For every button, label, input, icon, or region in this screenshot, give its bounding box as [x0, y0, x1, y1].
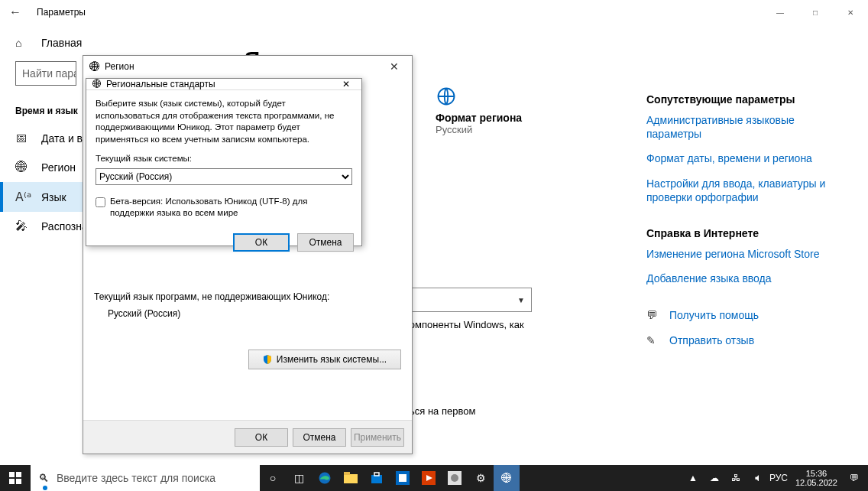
svg-rect-11 [399, 474, 406, 482]
maximize-button[interactable]: □ [798, 0, 833, 24]
globe-region-icon [436, 86, 522, 107]
change-btn-label: Изменить язык системы... [277, 354, 387, 365]
close-button[interactable]: ✕ [833, 0, 868, 24]
std-dialog-title: Региональные стандарты [106, 79, 215, 89]
language-dropdown[interactable]: ▼ [405, 288, 532, 312]
legacy-lang-label: Текущий язык программ, не поддерживающих… [94, 291, 401, 302]
home-label: Главная [41, 37, 82, 49]
region-dialog-titlebar[interactable]: 🌐︎ Регион ✕ [83, 56, 412, 77]
search-placeholder: Найти парам [22, 67, 76, 80]
system-language-select[interactable]: Русский (Россия) [96, 168, 352, 185]
start-button[interactable] [0, 465, 31, 491]
taskbar-search[interactable]: 🔍︎ Введите здесь текст для поиска [31, 465, 260, 491]
utf8-beta-label[interactable]: Бета-версия: Использовать Юникод (UTF-8)… [110, 196, 352, 219]
region-format-value: Русский [436, 124, 522, 135]
region-dialog-title: Регион [105, 61, 134, 72]
taskbar: 🔍︎ Введите здесь текст для поиска ○ ◫ ⚙ … [0, 465, 868, 491]
utf8-beta-checkbox[interactable] [96, 197, 105, 207]
back-button[interactable]: ← [0, 5, 31, 19]
svg-rect-7 [344, 472, 350, 475]
minimize-button[interactable]: ― [763, 0, 798, 24]
svg-rect-4 [16, 479, 21, 484]
language-icon: A⁽ᵃ [15, 190, 31, 204]
region-format-card[interactable]: Формат региона Русский [436, 86, 522, 135]
region-cancel-button[interactable]: Отмена [293, 428, 346, 447]
search-highlight-dot [43, 486, 47, 490]
link-admin-lang[interactable]: Административные языковые параметры [646, 113, 837, 141]
legacy-lang-value: Русский (Россия) [108, 308, 401, 319]
edge-icon[interactable] [312, 465, 338, 491]
feedback-icon: ✎ [646, 333, 662, 347]
svg-rect-9 [374, 473, 379, 476]
change-system-language-button[interactable]: Изменить язык системы... [248, 350, 401, 369]
task-view-icon[interactable]: ◫ [286, 465, 312, 491]
search-icon: 🔍︎ [38, 472, 49, 484]
region-format-title: Формат региона [436, 112, 522, 124]
help-icon: 💬︎ [646, 308, 662, 322]
app-icon-1[interactable] [390, 465, 416, 491]
region-dialog-footer: ОК Отмена Применить [83, 420, 412, 454]
shield-icon [263, 355, 272, 364]
svg-rect-2 [16, 472, 21, 477]
partial-text: компоненты Windows, как [405, 319, 524, 330]
get-help-label: Получить помощь [669, 308, 759, 322]
partial-text-2: ться на первом [405, 405, 475, 417]
nav-label: Регион [41, 161, 76, 174]
cortana-icon[interactable]: ○ [260, 465, 286, 491]
action-center-icon[interactable]: 💬︎ [845, 473, 863, 483]
explorer-icon[interactable] [338, 465, 364, 491]
window-title: Параметры [37, 7, 86, 18]
std-description: Выберите язык (язык системы), который бу… [96, 98, 352, 145]
tray-clock[interactable]: 15:36 12.05.2022 [791, 469, 842, 487]
search-input[interactable]: Найти парам [15, 61, 76, 86]
tray-date: 12.05.2022 [795, 478, 837, 487]
region-taskbar-icon[interactable]: 🌐︎ [494, 465, 520, 491]
svg-rect-1 [9, 472, 15, 477]
home-nav[interactable]: ⌂ Главная [0, 31, 229, 55]
titlebar: ← Параметры ― □ ✕ [0, 0, 868, 24]
feedback-label: Отправить отзыв [669, 333, 754, 347]
link-store-region[interactable]: Изменение региона Microsoft Store [646, 247, 837, 261]
tray-volume-icon[interactable]: 🔈︎ [748, 473, 766, 483]
nav-label: Язык [41, 191, 66, 203]
system-tray: ▲ ☁ 🖧︎ 🔈︎ РУС 15:36 12.05.2022 💬︎ [684, 469, 868, 487]
link-input-settings[interactable]: Настройки для ввода, клавиатуры и провер… [646, 177, 837, 204]
svg-rect-3 [9, 479, 15, 484]
link-date-format[interactable]: Формат даты, времени и региона [646, 151, 837, 165]
globe-icon: 🌐︎ [89, 60, 100, 73]
region-apply-button: Применить [351, 428, 404, 447]
get-help-link[interactable]: 💬︎ Получить помощь [646, 308, 837, 322]
region-ok-button[interactable]: ОК [235, 428, 288, 447]
mic-icon: 🎤︎ [15, 219, 31, 233]
store-icon[interactable] [364, 465, 390, 491]
tray-time: 15:36 [795, 469, 837, 478]
close-icon[interactable]: ✕ [383, 60, 406, 73]
regional-standards-dialog: 🌐︎ Региональные стандарты ✕ Выберите язы… [86, 78, 362, 246]
chevron-down-icon: ▼ [517, 296, 525, 304]
help-header: Справка в Интернете [646, 227, 837, 239]
calendar-icon: 📅︎ [15, 132, 31, 145]
globe-icon: 🌐︎ [92, 79, 102, 89]
nav-label: Распозна [41, 220, 88, 232]
feedback-link[interactable]: ✎ Отправить отзыв [646, 333, 837, 347]
svg-point-15 [451, 474, 458, 482]
home-icon: ⌂ [15, 37, 31, 49]
tray-lang[interactable]: РУС [769, 473, 788, 483]
std-cancel-button[interactable]: Отмена [297, 233, 354, 252]
std-ok-button[interactable]: ОК [233, 233, 290, 252]
close-icon[interactable]: ✕ [337, 79, 355, 89]
taskbar-apps: ○ ◫ ⚙ 🌐︎ [260, 465, 520, 491]
right-panel: Сопутствующие параметры Административные… [646, 47, 837, 465]
globe-icon: 🌐︎ [15, 161, 31, 174]
nav-label: Дата и вр [41, 132, 89, 145]
current-lang-label: Текущий язык системы: [96, 153, 352, 165]
app-icon-2[interactable] [416, 465, 442, 491]
tray-overflow[interactable]: ▲ [684, 473, 702, 483]
settings-taskbar-icon[interactable]: ⚙ [468, 465, 494, 491]
tray-cloud-icon[interactable]: ☁ [705, 473, 724, 483]
tray-network-icon[interactable]: 🖧︎ [727, 473, 745, 483]
std-dialog-titlebar[interactable]: 🌐︎ Региональные стандарты ✕ [86, 79, 361, 90]
svg-rect-6 [344, 474, 358, 483]
app-icon-3[interactable] [442, 465, 468, 491]
link-add-input-lang[interactable]: Добавление языка ввода [646, 272, 837, 285]
